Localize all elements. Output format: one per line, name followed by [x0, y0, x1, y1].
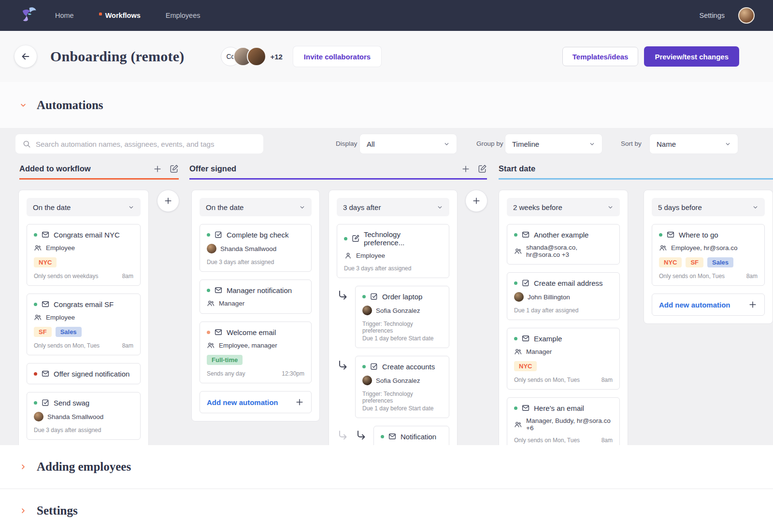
- chevron-down-icon: [725, 141, 731, 147]
- automation-title: Order laptop: [382, 293, 422, 301]
- collaborator-avatar[interactable]: [247, 47, 266, 66]
- tag: NYC: [34, 257, 57, 267]
- timing-dropdown[interactable]: On the date: [27, 198, 141, 216]
- add-new-label: Add new automation: [207, 398, 278, 406]
- automation-card[interactable]: Create email addressJohn BillingtonDue 1…: [507, 272, 620, 320]
- card-title-row: Technology preference...: [344, 230, 442, 247]
- settings-section-header[interactable]: Settings: [0, 489, 773, 532]
- assignee-name: Employee, manager: [219, 342, 277, 349]
- column-title: Offer signed: [189, 164, 236, 173]
- people-icon: [207, 341, 215, 350]
- automation-card[interactable]: Offer signed notification: [27, 363, 141, 384]
- sort-by-select[interactable]: Name: [650, 134, 738, 154]
- automation-card[interactable]: Create accountsSofia GonzalezTrigger: Te…: [355, 356, 449, 418]
- assignee-avatar: [207, 244, 216, 253]
- automation-card[interactable]: Another exampleshanda@sora.co, hr@sora.c…: [507, 224, 620, 265]
- automation-title: Complete bg check: [227, 231, 288, 239]
- schedule-note: Only sends on Mon, Tues: [514, 437, 580, 444]
- status-dot: [207, 331, 210, 334]
- automation-card[interactable]: Complete bg checkShanda SmallwoodDue 3 d…: [200, 224, 312, 272]
- timing-group-panel: 2 weeks beforeAnother exampleshanda@sora…: [499, 190, 628, 445]
- add-automation-icon[interactable]: [461, 164, 471, 174]
- status-dot: [344, 237, 347, 240]
- schedule-time: 12:30pm: [282, 370, 304, 377]
- timing-dropdown[interactable]: On the date: [200, 198, 312, 216]
- card-assignee: Employee, hr@sora.co: [659, 244, 758, 252]
- automation-card[interactable]: Congrats email NYCEmployeeNYCOnly sends …: [27, 224, 141, 286]
- templates-ideas-button[interactable]: Templates/ideas: [562, 47, 639, 66]
- user-avatar[interactable]: [738, 7, 755, 24]
- assignee-avatar: [34, 412, 43, 421]
- card-footer: Only sends on Mon, Tues8am: [659, 273, 758, 280]
- form-icon: [351, 234, 360, 243]
- automation-card[interactable]: Congrats email SFEmployeeSFSalesOnly sen…: [27, 294, 141, 355]
- automation-search[interactable]: [15, 134, 263, 154]
- nav-item-settings[interactable]: Settings: [700, 12, 725, 19]
- timing-group-panel: 5 days beforeWhere to goEmployee, hr@sor…: [644, 190, 773, 324]
- automation-card[interactable]: Order laptopSofia GonzalezTrigger: Techn…: [355, 286, 449, 348]
- section-title: Adding employees: [37, 460, 131, 474]
- email-icon: [41, 300, 50, 308]
- nav-item-workflows[interactable]: Workflows: [99, 12, 141, 19]
- display-select[interactable]: All: [360, 134, 457, 154]
- tag-row: NYC: [514, 361, 613, 371]
- schedule-time: 8am: [601, 437, 613, 444]
- timing-dropdown[interactable]: 3 days after: [337, 198, 449, 216]
- automation-title: Technology preference...: [364, 230, 442, 247]
- people-icon: [34, 313, 42, 322]
- chevdown-icon: [437, 204, 443, 210]
- automation-card[interactable]: Welcome emailEmployee, managerFull-timeS…: [200, 322, 312, 383]
- tag: Sales: [707, 257, 733, 267]
- timing-dropdown[interactable]: 5 days before: [652, 198, 765, 216]
- automation-title: Notification: [401, 433, 436, 441]
- back-button[interactable]: [14, 45, 37, 68]
- automations-section-header[interactable]: Automations: [0, 82, 773, 128]
- chevron-down-icon: [19, 101, 27, 109]
- assignee-name: Manager, Buddy, hr@sora.co +6: [526, 417, 613, 432]
- automation-card[interactable]: Here’s an emailManager, Buddy, hr@sora.c…: [507, 397, 620, 445]
- automation-card[interactable]: Technology preference...EmployeeDue 3 da…: [337, 224, 449, 278]
- search-input[interactable]: [36, 140, 257, 148]
- people-icon: [659, 244, 667, 252]
- automation-card[interactable]: NotificationSofia GonzalezTrigger: Creat…: [373, 426, 449, 445]
- card-title-row: Order laptop: [362, 292, 442, 301]
- edit-column-icon[interactable]: [169, 164, 179, 174]
- nav-item-home[interactable]: Home: [55, 12, 74, 19]
- add-new-automation-button[interactable]: Add new automation: [652, 294, 765, 316]
- add-new-label: Add new automation: [659, 301, 730, 309]
- card-title-row: Manager notification: [207, 286, 304, 294]
- people-icon: [514, 247, 522, 255]
- select-value: Name: [657, 140, 676, 148]
- add-automation-icon[interactable]: [153, 164, 162, 174]
- automation-card[interactable]: Send swagShanda SmallwoodDue 3 days afte…: [27, 392, 141, 440]
- card-footer: Sends any day12:30pm: [207, 370, 304, 377]
- card-footer: Only sends on Mon, Tues8am: [514, 437, 613, 444]
- email-icon: [214, 328, 223, 336]
- sora-logo-icon: [18, 5, 39, 26]
- edit-column-icon[interactable]: [477, 164, 487, 174]
- automation-card[interactable]: ExampleManagerNYCOnly sends on Mon, Tues…: [507, 328, 620, 390]
- status-dot: [34, 401, 37, 405]
- tag-row: Full-time: [207, 355, 304, 365]
- task-icon: [370, 362, 378, 371]
- group-by-select[interactable]: Timeline: [505, 134, 602, 154]
- add-new-automation-button[interactable]: Add new automation: [200, 391, 312, 413]
- assignee-name: shanda@sora.co, hr@sora.co +3: [526, 244, 613, 258]
- card-title-row: Welcome email: [207, 328, 304, 336]
- card-assignee: Employee, manager: [207, 341, 304, 350]
- page-title: Onboarding (remote): [50, 48, 184, 65]
- timing-dropdown[interactable]: 2 weeks before: [507, 198, 620, 216]
- adding-employees-section-header[interactable]: Adding employees: [0, 445, 773, 489]
- tag-row: SFSales: [34, 327, 133, 337]
- add-group-button[interactable]: [465, 190, 487, 212]
- nav-item-employees[interactable]: Employees: [166, 12, 200, 19]
- automation-card[interactable]: Manager notificationManager: [200, 280, 312, 314]
- automation-card[interactable]: Where to goEmployee, hr@sora.coNYCSFSale…: [652, 224, 765, 286]
- tag-row: NYC: [34, 257, 133, 267]
- add-group-button[interactable]: [157, 190, 179, 212]
- timing-group-panel: On the dateCongrats email NYCEmployeeNYC…: [18, 190, 149, 445]
- invite-collaborators-button[interactable]: Invite collaborators: [293, 46, 381, 67]
- preview-test-changes-button[interactable]: Preview/test changes: [644, 46, 739, 67]
- task-icon: [370, 292, 378, 301]
- assignee-avatar: [362, 376, 372, 385]
